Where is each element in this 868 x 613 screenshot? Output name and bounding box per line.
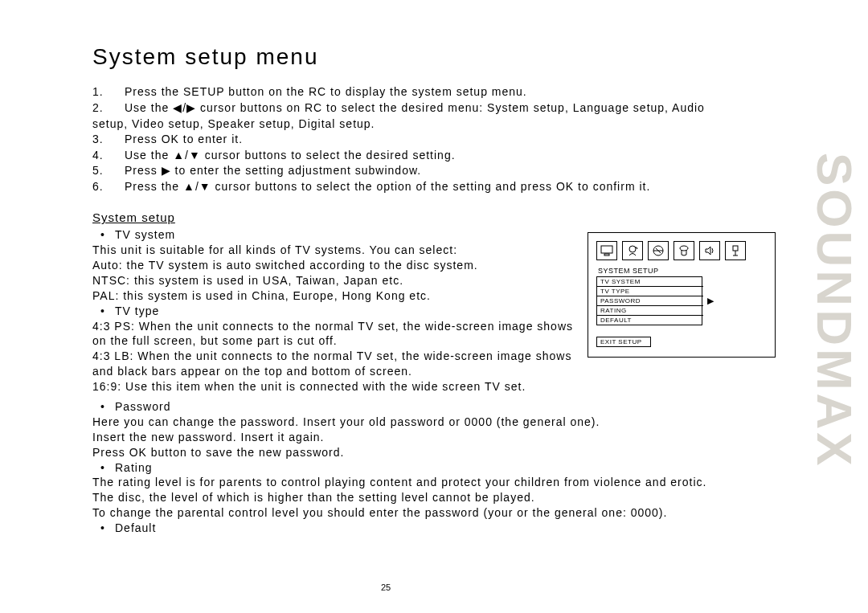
bullet-tv-system: TV system [92, 227, 573, 243]
bullet-tv-type: TV type [92, 304, 573, 319]
tv-type-169: 16:9: Use this item when the unit is con… [92, 379, 573, 394]
password-line-3: Press OK button to save the new password… [92, 445, 776, 460]
language-icon [622, 241, 643, 260]
system-icon [596, 241, 617, 260]
password-line-1: Here you can change the password. Insert… [92, 415, 776, 430]
step-5: 5.Press ▶ to enter the setting adjustmen… [92, 163, 776, 178]
svg-point-2 [629, 246, 636, 252]
osd-row-tv-system: TV SYSTEM [597, 277, 703, 287]
tv-type-43lb: 4:3 LB: When the unit connects to the no… [92, 349, 573, 379]
brand-text: SOUNDMAX [806, 153, 863, 469]
step-3: 3.Press OK to enter it. [92, 132, 776, 147]
system-setup-body: TV system This unit is suitable for all … [92, 227, 573, 394]
brand-watermark: SOUNDMAX [812, 40, 857, 581]
password-line-2: Insert the new password. Insert it again… [92, 430, 776, 445]
digital-icon [725, 241, 746, 260]
tv-system-ntsc: NTSC: this system is used in USA, Taiwan… [92, 273, 573, 288]
osd-row-tv-type: TV TYPE [597, 287, 703, 296]
step-2: 2.Use the ◀/▶ cursor buttons on RC to se… [92, 100, 776, 116]
rating-line-2: The disc, the level of which is higher t… [92, 490, 776, 505]
osd-icon-row [596, 241, 767, 260]
tv-system-intro: This unit is suitable for all kinds of T… [92, 243, 573, 258]
speaker-icon [699, 241, 720, 260]
bullet-rating: Rating [92, 460, 776, 476]
osd-row-rating: RATING [597, 306, 703, 316]
video-icon [674, 241, 694, 260]
tv-type-43ps: 4:3 PS: When the unit connects to the no… [92, 319, 573, 349]
step-6: 6.Press the ▲/▼ cursor buttons to select… [92, 179, 776, 194]
svg-rect-5 [733, 246, 738, 251]
step-4: 4.Use the ▲/▼ cursor buttons to select t… [92, 148, 776, 163]
page-content: System setup menu 1.Press the SETUP butt… [92, 44, 776, 536]
bullet-password: Password [92, 399, 776, 415]
svg-rect-0 [601, 246, 612, 253]
page-title: System setup menu [92, 44, 776, 70]
bullet-default: Default [92, 521, 776, 536]
svg-rect-1 [604, 254, 609, 255]
audio-icon [648, 241, 669, 260]
step-1: 1.Press the SETUP button on the RC to di… [92, 84, 776, 100]
page-number: 25 [0, 582, 772, 592]
step-2-wrap: setup, Video setup, Speaker setup, Digit… [92, 116, 776, 132]
osd-title: SYSTEM SETUP [596, 267, 767, 275]
tv-system-auto: Auto: the TV system is auto switched acc… [92, 258, 573, 273]
tv-system-pal: PAL: this system is used in China, Europ… [92, 288, 573, 304]
osd-row-password: PASSWORD [597, 296, 703, 306]
osd-menu-list: TV SYSTEM TV TYPE PASSWORD RATING DEFAUL… [596, 276, 702, 325]
rating-line-1: The rating level is for parents to contr… [92, 475, 776, 490]
section-heading: System setup [92, 210, 776, 224]
osd-row-default: DEFAULT [597, 316, 703, 325]
osd-preview: SYSTEM SETUP TV SYSTEM TV TYPE PASSWORD … [588, 232, 776, 358]
osd-exit: EXIT SETUP [596, 337, 651, 347]
rating-line-3: To change the parental control level you… [92, 505, 776, 521]
osd-selection-arrow-icon: ▶ [707, 296, 714, 306]
